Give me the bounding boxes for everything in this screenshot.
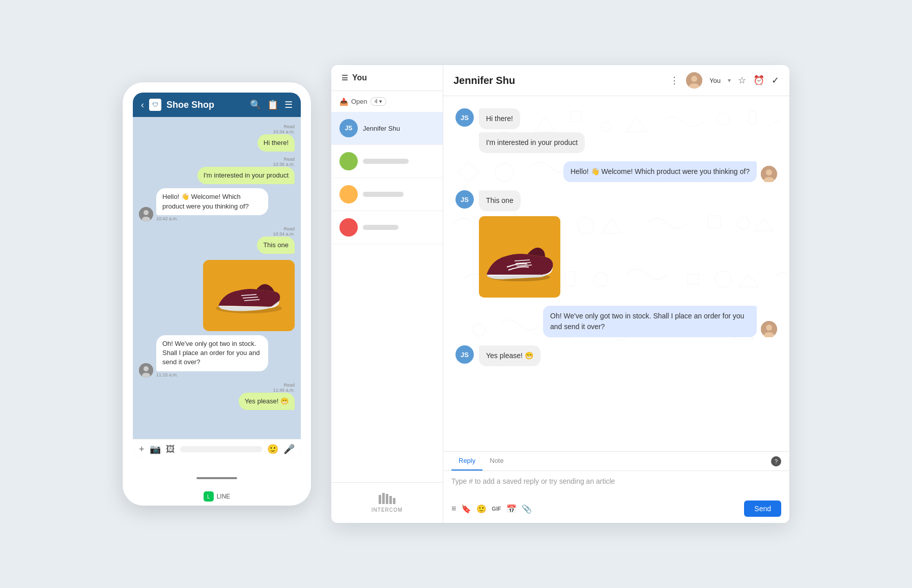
phone-msg-1: Read10:34 a.m. Hi there!: [139, 123, 295, 152]
search-icon[interactable]: 🔍: [250, 99, 261, 110]
sidebar-item-name-jennifer: Jennifer Shu: [363, 125, 400, 132]
phone-msg-2: Read10:35 a.m. I'm interested in your pr…: [139, 156, 295, 184]
reply-tab-reply[interactable]: Reply: [451, 452, 482, 471]
sidebar-avatar-js: JS: [339, 119, 358, 137]
menu-icon[interactable]: ☰: [284, 99, 293, 110]
bookmark-icon[interactable]: 🔖: [461, 504, 471, 514]
agent-avatar-msg-1: [761, 166, 777, 182]
phone-title: Shoe Shop: [166, 100, 245, 110]
hamburger-icon[interactable]: ☰: [341, 74, 348, 82]
sidebar-avatar-3: [339, 185, 358, 203]
agent-avatar-small-2: [139, 363, 153, 377]
reply-toolbar: ≡ 🔖 🙂 GIF 📅 📎 Send: [443, 496, 789, 523]
sidebar-filter[interactable]: 📥 Open 4 ▾: [331, 91, 443, 112]
sidebar-avatar-2: [339, 152, 358, 170]
svg-point-1: [144, 210, 149, 215]
phone-mockup: ‹ 🛡 Shoe Shop 🔍 📋 ☰ Read10:34 a.m. Hi th…: [123, 82, 311, 506]
msg-bubble-2: I'm interested in your product: [197, 167, 295, 184]
check-icon[interactable]: ✓: [772, 75, 779, 86]
star-icon[interactable]: ☆: [738, 75, 746, 86]
phone-header-icons: 🔍 📋 ☰: [250, 99, 293, 110]
sidebar: ☰ You 📥 Open 4 ▾ JS Jennifer Shu: [331, 65, 443, 523]
mic-icon[interactable]: 🎤: [283, 444, 295, 455]
chat-area: Jennifer Shu ⋮ You ▾ ☆ ⏰ ✓: [443, 65, 789, 523]
chat-bubble-yes-please: Yes please! 😁: [479, 345, 540, 366]
reply-input[interactable]: Type # to add a saved reply or try sendi…: [443, 471, 789, 496]
agent-name-label[interactable]: You: [709, 77, 721, 84]
phone-messages: Read10:34 a.m. Hi there! Read10:35 a.m. …: [133, 117, 301, 439]
phone-msg-6: Read11:45 a.m. Yes please! 😁: [139, 381, 295, 410]
sidebar-title: You: [352, 73, 367, 82]
agent-bubble-row-2: Oh! We've only got two in stock. Shall I…: [455, 306, 777, 337]
phone-msg-3: Hello! 👋 Welcome! Which product were you…: [139, 188, 295, 221]
shield-icon: 🛡: [149, 99, 161, 111]
chat-msg-group-2: This one: [479, 190, 560, 298]
phone-input[interactable]: [180, 446, 262, 452]
back-button[interactable]: ‹: [141, 100, 144, 110]
bar-2: [382, 493, 385, 504]
help-icon[interactable]: ?: [771, 456, 781, 466]
filter-label: Open: [351, 98, 367, 105]
sidebar-item-4[interactable]: [331, 211, 443, 244]
sidebar-list: JS Jennifer Shu: [331, 112, 443, 482]
sidebar-item-jennifer[interactable]: JS Jennifer Shu: [331, 112, 443, 145]
home-bar: [196, 477, 237, 479]
msg-meta-5: 11:15 a.m.: [156, 372, 178, 377]
dropdown-arrow[interactable]: ▾: [728, 77, 731, 84]
home-indicator: [123, 469, 311, 487]
agent-avatar-msg-2: [761, 321, 777, 337]
js-avatar-3: JS: [455, 345, 474, 364]
shoe-image-chat: [479, 216, 560, 298]
msg-content-5: Oh! We've only got two in stock. Shall I…: [156, 335, 268, 377]
camera-icon[interactable]: 📷: [150, 444, 161, 455]
intercom-bars: [379, 493, 395, 504]
msg-meta-3: 10:42 a.m.: [156, 216, 178, 221]
svg-point-43: [766, 169, 772, 175]
chat-header-name: Jennifer Shu: [453, 75, 515, 86]
notes-icon[interactable]: 📋: [267, 99, 278, 110]
shoe-image-phone: [203, 260, 295, 331]
msg-bubble-6: Yes please! 😁: [239, 393, 295, 410]
chat-msg-row-1: JS Hi there! I'm interested in your prod…: [455, 108, 777, 153]
reply-tabs: Reply Note ?: [443, 452, 789, 471]
sidebar-item-3[interactable]: [331, 178, 443, 211]
msg-bubble-4: This one: [257, 237, 295, 254]
js-avatar-2: JS: [455, 190, 474, 209]
chat-bubble-this-one: This one: [479, 190, 521, 211]
clock-icon[interactable]: ⏰: [753, 75, 764, 86]
image-icon[interactable]: 🖼: [166, 444, 175, 455]
line-label: LINE: [217, 493, 231, 500]
msg-bubble-5: Oh! We've only got two in stock. Shall I…: [156, 335, 268, 371]
svg-point-51: [766, 325, 772, 331]
send-button[interactable]: Send: [744, 501, 781, 517]
gif-icon[interactable]: GIF: [492, 506, 501, 512]
more-options-icon[interactable]: ⋮: [670, 75, 679, 86]
open-count: 4 ▾: [370, 97, 386, 106]
svg-point-11: [691, 76, 697, 82]
chat-msg-group-3: Yes please! 😁: [479, 345, 540, 366]
emoji-reply-icon[interactable]: 🙂: [476, 504, 487, 514]
format-icon[interactable]: ≡: [451, 504, 456, 513]
chat-msg-group-1: Hi there! I'm interested in your product: [479, 108, 585, 153]
bar-3: [386, 494, 388, 504]
attachment-icon[interactable]: 📎: [522, 504, 532, 514]
chat-header-actions: ⋮ You ▾ ☆ ⏰ ✓: [670, 72, 779, 89]
calendar-icon[interactable]: 📅: [506, 504, 517, 514]
chat-header: Jennifer Shu ⋮ You ▾ ☆ ⏰ ✓: [443, 65, 789, 96]
phone-msg-image: [139, 258, 295, 331]
add-icon[interactable]: +: [139, 444, 145, 455]
bar-5: [393, 498, 395, 504]
agent-bubble-row-1: Hello! 👋 Welcome! Which product were you…: [455, 161, 777, 182]
chat-bubble-hi-there: Hi there!: [479, 108, 520, 129]
sidebar-footer: INTERCOM: [331, 482, 443, 523]
sidebar-avatar-4: [339, 218, 358, 237]
reply-placeholder: Type # to add a saved reply or try sendi…: [451, 477, 615, 485]
bar-4: [389, 496, 392, 504]
sidebar-item-2[interactable]: [331, 145, 443, 178]
chat-messages-inner: JS Hi there! I'm interested in your prod…: [455, 108, 777, 366]
emoji-icon[interactable]: 🙂: [267, 444, 278, 455]
msg-meta-2: Read10:35 a.m.: [273, 157, 295, 167]
reply-tab-note[interactable]: Note: [482, 452, 510, 471]
msg-meta-1: Read10:34 a.m.: [273, 124, 295, 134]
msg-meta-4: Read10:34 a.m.: [273, 226, 295, 237]
